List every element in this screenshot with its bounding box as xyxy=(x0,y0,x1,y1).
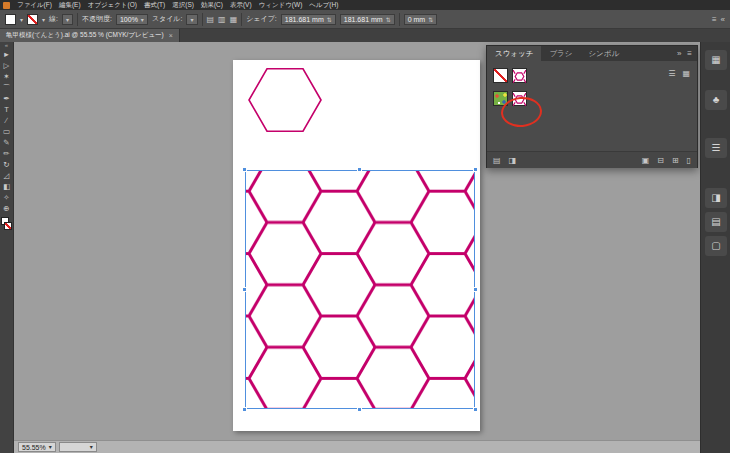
align-vertical-icon[interactable]: ▥ xyxy=(218,15,226,24)
control-bar: ▾ ▾ 線: ▾ 不透明度: 100% ▾ スタイル: ▾ ▤ ▥ ▦ シェイプ… xyxy=(0,10,730,29)
menu-select[interactable]: 選択(S) xyxy=(172,0,194,10)
color-panel-icon[interactable]: ▦ xyxy=(705,50,727,70)
style-caret-icon[interactable]: ▾ xyxy=(190,16,193,23)
menu-window[interactable]: ウィンドウ(W) xyxy=(259,0,303,10)
selection-handle[interactable] xyxy=(473,287,478,292)
corner-radius-value: 0 mm xyxy=(408,16,426,23)
height-field[interactable]: 181.681 mm ⇅ xyxy=(340,14,395,25)
tab-brushes[interactable]: ブラシ xyxy=(541,46,580,61)
direct-selection-tool[interactable]: ▷ xyxy=(0,60,14,71)
symbols-panel-icon[interactable]: ♣ xyxy=(705,90,727,110)
style-field[interactable]: ▾ xyxy=(186,14,197,25)
selection-handle[interactable] xyxy=(357,407,362,412)
menu-type[interactable]: 書式(T) xyxy=(144,0,165,10)
selection-handle[interactable] xyxy=(242,287,247,292)
zoom-caret-icon[interactable]: ▾ xyxy=(49,443,52,452)
control-collapse-icon[interactable]: « xyxy=(721,15,725,24)
menu-file[interactable]: ファイル(F) xyxy=(17,0,52,10)
pencil-tool[interactable]: ✏ xyxy=(0,148,14,159)
menu-view[interactable]: 表示(V) xyxy=(230,0,252,10)
tab-swatches[interactable]: スウォッチ xyxy=(487,46,541,61)
stroke-width-caret-icon[interactable]: ▾ xyxy=(66,16,69,23)
type-tool[interactable]: T xyxy=(0,104,14,115)
selection-handle[interactable] xyxy=(357,167,362,172)
fill-caret-icon[interactable]: ▾ xyxy=(20,16,23,23)
new-swatch-icon[interactable]: ⊞ xyxy=(672,156,679,165)
artboard-nav-caret-icon[interactable]: ▾ xyxy=(90,443,93,452)
panel-tab-bar: スウォッチ ブラシ シンボル » ≡ xyxy=(487,46,697,61)
layers-panel-icon[interactable]: ▤ xyxy=(705,212,727,232)
fill-color-swatch[interactable] xyxy=(5,14,16,25)
divider xyxy=(241,13,242,26)
shape-label: シェイプ: xyxy=(246,14,277,24)
swatch-pattern-small[interactable] xyxy=(512,68,527,83)
hexagon-pattern-fill[interactable] xyxy=(245,170,475,409)
corner-radius-field[interactable]: 0 mm ⇅ xyxy=(404,14,438,25)
width-field[interactable]: 181.681 mm ⇅ xyxy=(281,14,336,25)
grid-view-icon[interactable]: ▦ xyxy=(682,69,690,78)
menu-edit[interactable]: 編集(E) xyxy=(59,0,81,10)
panel-expand-icon[interactable]: » xyxy=(677,49,681,58)
stroke-color-swatch[interactable] xyxy=(27,14,38,25)
document-title: 亀甲模様(てんとう).ai @ 55.55 % (CMYK/プレビュー) xyxy=(6,31,164,40)
document-tab-bar: 亀甲模様(てんとう).ai @ 55.55 % (CMYK/プレビュー) × xyxy=(0,29,730,42)
menu-bar: ファイル(F) 編集(E) オブジェクト(O) 書式(T) 選択(S) 効果(C… xyxy=(0,0,730,10)
opacity-field[interactable]: 100% ▾ xyxy=(116,14,148,25)
eyedropper-tool[interactable]: ✧ xyxy=(0,192,14,203)
selection-handle[interactable] xyxy=(242,407,247,412)
pen-tool[interactable]: ✒ xyxy=(0,93,14,104)
align-horizontal-icon[interactable]: ▤ xyxy=(207,15,215,24)
hexagon-shape[interactable] xyxy=(247,67,323,133)
menu-help[interactable]: ヘルプ(H) xyxy=(309,0,338,10)
gradient-tool[interactable]: ◧ xyxy=(0,181,14,192)
zoom-value: 55.55% xyxy=(22,443,46,452)
pattern-object[interactable] xyxy=(245,170,475,409)
height-stepper-icon[interactable]: ⇅ xyxy=(386,16,391,23)
height-value: 181.681 mm xyxy=(344,16,383,23)
scale-tool[interactable]: ◿ xyxy=(0,170,14,181)
rectangle-tool[interactable]: ▭ xyxy=(0,126,14,137)
document-tab[interactable]: 亀甲模様(てんとう).ai @ 55.55 % (CMYK/プレビュー) × xyxy=(0,29,180,42)
selection-handle[interactable] xyxy=(473,167,478,172)
fill-stroke-indicator[interactable] xyxy=(0,216,14,232)
zoom-tool[interactable]: ⊕ xyxy=(0,203,14,214)
lasso-tool[interactable]: ⌒ xyxy=(0,82,14,93)
stroke-caret-icon[interactable]: ▾ xyxy=(42,16,45,23)
hexagon-path[interactable] xyxy=(249,69,321,131)
corner-radius-stepper-icon[interactable]: ⇅ xyxy=(428,16,433,23)
list-view-icon[interactable]: ☰ xyxy=(668,69,675,78)
rotate-tool[interactable]: ↻ xyxy=(0,159,14,170)
zoom-dropdown[interactable]: 55.55% ▾ xyxy=(18,442,56,452)
swatch-kinds-icon[interactable]: ◨ xyxy=(509,156,517,165)
toolbar-collapse-icon[interactable]: « xyxy=(5,42,8,49)
line-tool[interactable]: ∕ xyxy=(0,115,14,126)
swatch-none[interactable] xyxy=(493,68,508,83)
control-panel-menu-icon[interactable]: ≡ xyxy=(712,15,717,24)
artboards-panel-icon[interactable]: ▢ xyxy=(705,236,727,256)
divider xyxy=(202,13,203,26)
new-color-group-icon[interactable]: ⊟ xyxy=(657,156,664,165)
opacity-caret-icon[interactable]: ▾ xyxy=(141,16,144,23)
swatch-libraries-icon[interactable]: ▤ xyxy=(493,156,501,165)
stroke-label: 線: xyxy=(49,14,58,24)
selection-tool[interactable]: ► xyxy=(0,49,14,60)
style-label: スタイル: xyxy=(152,14,183,24)
distribute-icon[interactable]: ▦ xyxy=(230,15,238,24)
width-stepper-icon[interactable]: ⇅ xyxy=(327,16,332,23)
menu-object[interactable]: オブジェクト(O) xyxy=(88,0,137,10)
panel-menu-icon[interactable]: ≡ xyxy=(687,49,692,58)
tab-symbols[interactable]: シンボル xyxy=(580,46,627,61)
artboard-nav-dropdown[interactable]: ▾ xyxy=(59,442,97,452)
selection-handle[interactable] xyxy=(473,407,478,412)
stroke-indicator[interactable] xyxy=(4,222,12,230)
magic-wand-tool[interactable]: ✶ xyxy=(0,71,14,82)
menu-effect[interactable]: 効果(C) xyxy=(201,0,223,10)
tab-close-icon[interactable]: × xyxy=(169,32,173,39)
selection-handle[interactable] xyxy=(242,167,247,172)
delete-swatch-icon[interactable]: ▯ xyxy=(687,156,691,165)
swatch-options-icon[interactable]: ▣ xyxy=(642,156,650,165)
paintbrush-tool[interactable]: ✎ xyxy=(0,137,14,148)
stroke-width-field[interactable]: ▾ xyxy=(62,14,73,25)
appearance-panel-icon[interactable]: ◨ xyxy=(705,188,727,208)
swatches-panel-icon[interactable]: ☰ xyxy=(705,138,727,158)
